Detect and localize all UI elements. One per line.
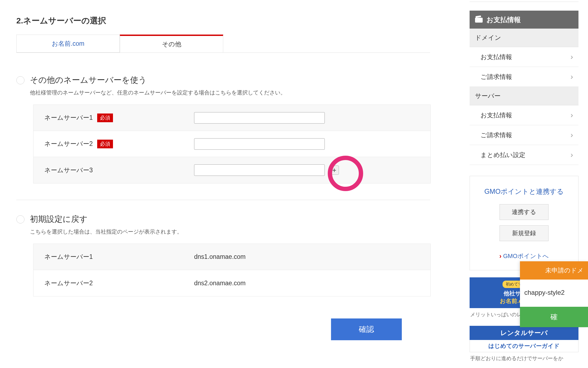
sidebar-item-label: お支払情報 <box>480 53 512 61</box>
ns-row-3: ネームサーバー3 ＋ <box>33 157 430 183</box>
sidebar-header-label: お支払情報 <box>486 15 521 24</box>
chevron-right-icon: › <box>571 111 573 119</box>
ns3-input[interactable] <box>194 164 325 176</box>
float-domain-name: chappy-style2 <box>520 280 588 306</box>
required-badge: 必須 <box>97 114 113 122</box>
wallet-icon <box>475 17 483 23</box>
ns-row-2: ネームサーバー2 必須 <box>33 131 430 157</box>
gmo-points-link[interactable]: GMOポイントへ <box>499 252 549 260</box>
add-nameserver-button[interactable]: ＋ <box>330 165 339 175</box>
radio-reset[interactable] <box>16 215 24 223</box>
chevron-right-icon: › <box>571 131 573 139</box>
gmo-register-button[interactable]: 新規登録 <box>500 225 549 241</box>
radio-other-ns[interactable] <box>16 76 24 84</box>
promo2-title: レンタルサーバ <box>470 326 578 340</box>
chevron-right-icon: › <box>571 151 573 159</box>
ns1-input[interactable] <box>194 112 325 124</box>
tabs: お名前.com その他 <box>16 35 430 53</box>
default-ns2-value: dns2.onamae.com <box>189 280 430 287</box>
option1-title: その他のネームサーバーを使う <box>30 75 286 86</box>
float-confirm-button[interactable]: 確 <box>520 307 588 327</box>
chevron-right-icon: › <box>571 53 573 61</box>
sidebar-item-server-billing[interactable]: ご請求情報 › <box>470 125 578 145</box>
sidebar-category-server: サーバー <box>470 87 578 105</box>
promo-rental-server[interactable]: レンタルサーバ はじめてのサーバーガイド 手順どおりに進めるだけでサーバーをか <box>470 326 578 362</box>
promo2-desc: 手順どおりに進めるだけでサーバーをか <box>470 352 578 362</box>
nameserver-form-table: ネームサーバー1 必須 ネームサーバー2 必須 ネームサーバー3 <box>33 105 431 183</box>
sidebar-item-label: お支払情報 <box>480 111 512 119</box>
gmo-points-box: GMOポイントと連携する 連携する 新規登録 GMOポイントへ <box>470 176 578 270</box>
ns1-label: ネームサーバー1 <box>44 114 93 122</box>
tab-onamae[interactable]: お名前.com <box>16 35 120 53</box>
ns-row-1: ネームサーバー1 必須 <box>33 105 430 131</box>
default-ns1-label: ネームサーバー1 <box>44 253 93 261</box>
promo2-subtitle: はじめてのサーバーガイド <box>470 340 578 352</box>
sidebar-item-bulk-payment[interactable]: まとめ払い設定 › <box>470 145 578 165</box>
chevron-right-icon: › <box>571 72 573 81</box>
ns3-label: ネームサーバー3 <box>44 166 93 174</box>
sidebar-item-label: まとめ払い設定 <box>480 151 525 159</box>
sidebar-item-label: ご請求情報 <box>480 73 512 81</box>
confirm-button[interactable]: 確認 <box>331 318 402 340</box>
gmo-link-button[interactable]: 連携する <box>500 204 549 220</box>
option2-title: 初期設定に戻す <box>30 214 182 225</box>
ns2-label: ネームサーバー2 <box>44 140 93 148</box>
ns2-input[interactable] <box>194 138 325 150</box>
default-ns-table: ネームサーバー1 dns1.onamae.com ネームサーバー2 dns2.o… <box>33 244 431 296</box>
gmo-title: GMOポイントと連携する <box>483 187 565 196</box>
default-ns-row-2: ネームサーバー2 dns2.onamae.com <box>33 270 430 296</box>
float-header: 未申請のドメ <box>520 261 588 280</box>
default-ns-row-1: ネームサーバー1 dns1.onamae.com <box>33 244 430 270</box>
default-ns2-label: ネームサーバー2 <box>44 279 93 287</box>
sidebar-item-domain-payment[interactable]: お支払情報 › <box>470 47 578 67</box>
option-reset-default: 初期設定に戻す こちらを選択した場合は、当社指定のページが表示されます。 ネーム… <box>16 200 430 296</box>
required-badge: 必須 <box>97 140 113 148</box>
sidebar-category-domain: ドメイン <box>470 29 578 47</box>
option2-desc: こちらを選択した場合は、当社指定のページが表示されます。 <box>30 228 182 235</box>
tab-other[interactable]: その他 <box>120 35 223 53</box>
sidebar-item-label: ご請求情報 <box>480 131 512 139</box>
sidebar-item-server-payment[interactable]: お支払情報 › <box>470 105 578 125</box>
option1-desc: 他社様管理のネームサーバーなど、任意のネームサーバーを設定する場合はこちらを選択… <box>30 89 286 96</box>
option-other-nameserver: その他のネームサーバーを使う 他社様管理のネームサーバーなど、任意のネームサーバ… <box>16 75 430 183</box>
section-title: 2.ネームサーバーの選択 <box>16 15 430 26</box>
default-ns1-value: dns1.onamae.com <box>189 253 430 260</box>
floating-cart-panel: 未申請のドメ chappy-style2 確 <box>520 261 588 327</box>
sidebar-header-payment: お支払情報 <box>470 11 578 29</box>
sidebar-item-domain-billing[interactable]: ご請求情報 › <box>470 67 578 87</box>
